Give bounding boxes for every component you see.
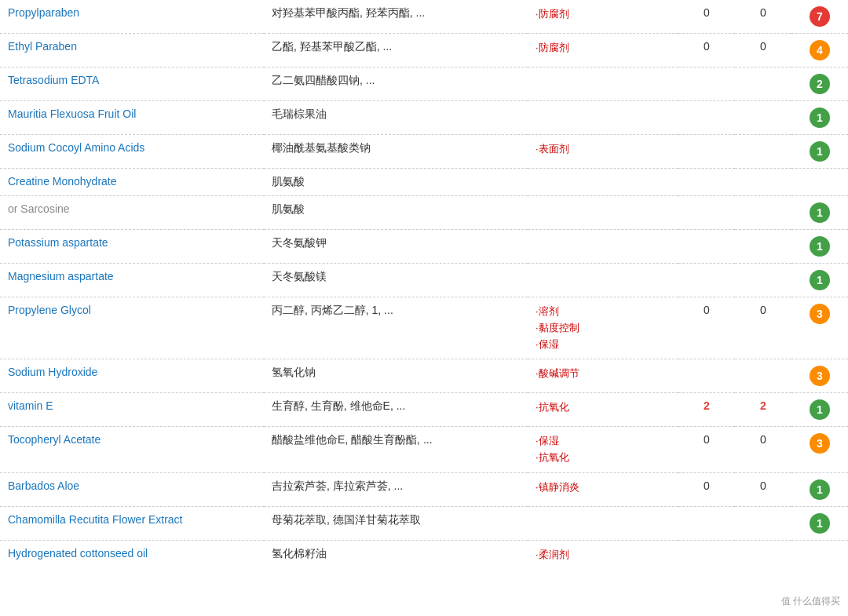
ingredient-badge [791, 169, 848, 196]
ingredient-badge: 7 [791, 0, 848, 34]
ingredient-functions: ·镇静消炎 [528, 472, 678, 506]
ingredient-num1: 0 [678, 0, 735, 34]
ingredient-functions: ·保湿·抗氧化 [528, 427, 678, 473]
ingredient-num2: 0 [735, 427, 791, 473]
ingredient-chinese-name: 氢氧化钠 [264, 359, 528, 393]
ingredient-badge: 3 [791, 359, 848, 393]
ingredient-num1 [678, 101, 735, 135]
ingredient-num2 [735, 135, 791, 169]
ingredient-functions [528, 264, 678, 297]
ingredient-name[interactable]: Mauritia Flexuosa Fruit Oil [0, 101, 264, 135]
ingredient-functions [528, 196, 678, 230]
ingredient-num2: 0 [735, 34, 791, 67]
ingredient-name[interactable]: Tetrasodium EDTA [0, 67, 264, 101]
table-row: Tetrasodium EDTA乙二氨四醋酸四钠, ...2 [0, 67, 848, 101]
table-row: Ethyl Paraben乙酯, 羟基苯甲酸乙酯, ...·防腐剂004 [0, 34, 848, 67]
ingredient-functions: ·防腐剂 [528, 0, 678, 34]
ingredient-chinese-name: 丙二醇, 丙烯乙二醇, 1, ... [264, 297, 528, 359]
ingredient-chinese-name: 乙酯, 羟基苯甲酸乙酯, ... [264, 34, 528, 67]
ingredient-functions: ·柔润剂 [528, 540, 678, 569]
ingredient-name[interactable]: Propylparaben [0, 0, 264, 34]
ingredient-num2 [735, 67, 791, 101]
ingredient-chinese-name: 毛瑞棕果油 [264, 101, 528, 135]
ingredient-name[interactable]: Barbados Aloe [0, 472, 264, 506]
table-row: vitamin E生育醇, 生育酚, 维他命E, ...·抗氧化221 [0, 393, 848, 427]
ingredient-name[interactable]: Hydrogenated cottonseed oil [0, 540, 264, 569]
ingredient-num2 [735, 540, 791, 569]
ingredient-num1 [678, 196, 735, 230]
ingredient-functions [528, 506, 678, 540]
ingredient-chinese-name: 氢化棉籽油 [264, 540, 528, 569]
ingredient-name[interactable]: Sodium Cocoyl Amino Acids [0, 135, 264, 169]
ingredient-chinese-name: 吉拉索芦荟, 库拉索芦荟, ... [264, 472, 528, 506]
ingredient-badge: 2 [791, 67, 848, 101]
ingredient-num1 [678, 230, 735, 264]
ingredient-chinese-name: 生育醇, 生育酚, 维他命E, ... [264, 393, 528, 427]
ingredient-num2 [735, 230, 791, 264]
ingredient-badge: 1 [791, 196, 848, 230]
table-row: Barbados Aloe吉拉索芦荟, 库拉索芦荟, ...·镇静消炎001 [0, 472, 848, 506]
table-row: Mauritia Flexuosa Fruit Oil毛瑞棕果油1 [0, 101, 848, 135]
ingredient-badge: 3 [791, 427, 848, 473]
ingredient-num2 [735, 359, 791, 393]
ingredient-name[interactable]: Chamomilla Recutita Flower Extract [0, 506, 264, 540]
ingredient-num2: 0 [735, 297, 791, 359]
ingredient-name[interactable]: Creatine Monohydrate [0, 169, 264, 196]
ingredient-num1 [678, 359, 735, 393]
ingredient-num2: 0 [735, 0, 791, 34]
ingredient-num2 [735, 264, 791, 297]
ingredient-num2 [735, 506, 791, 540]
ingredient-num2: 0 [735, 472, 791, 506]
ingredient-badge: 1 [791, 393, 848, 427]
ingredient-functions: ·抗氧化 [528, 393, 678, 427]
table-row: Sodium Hydroxide氢氧化钠·酸碱调节3 [0, 359, 848, 393]
ingredient-num1 [678, 67, 735, 101]
ingredient-num1 [678, 169, 735, 196]
table-row: or Sarcosine肌氨酸1 [0, 196, 848, 230]
table-row: Propylene Glycol丙二醇, 丙烯乙二醇, 1, ...·溶剂·黏度… [0, 297, 848, 359]
ingredient-badge: 3 [791, 297, 848, 359]
ingredient-name[interactable]: Magnesium aspartate [0, 264, 264, 297]
ingredient-chinese-name: 椰油酰基氨基酸类钠 [264, 135, 528, 169]
ingredient-name[interactable]: Sodium Hydroxide [0, 359, 264, 393]
ingredient-functions: ·溶剂·黏度控制·保湿 [528, 297, 678, 359]
ingredient-functions [528, 67, 678, 101]
ingredient-name[interactable]: Ethyl Paraben [0, 34, 264, 67]
ingredient-chinese-name: 天冬氨酸钾 [264, 230, 528, 264]
table-row: Chamomilla Recutita Flower Extract母菊花萃取,… [0, 506, 848, 540]
ingredient-badge: 1 [791, 230, 848, 264]
ingredient-badge: 1 [791, 264, 848, 297]
ingredient-num1: 0 [678, 34, 735, 67]
ingredient-name[interactable]: Propylene Glycol [0, 297, 264, 359]
ingredient-functions: ·防腐剂 [528, 34, 678, 67]
ingredient-chinese-name: 母菊花萃取, 德国洋甘菊花萃取 [264, 506, 528, 540]
ingredient-badge: 1 [791, 472, 848, 506]
ingredient-name[interactable]: vitamin E [0, 393, 264, 427]
ingredient-name[interactable]: Potassium aspartate [0, 230, 264, 264]
ingredient-num1: 0 [678, 472, 735, 506]
table-row: Propylparaben对羟基苯甲酸丙酯, 羟苯丙酯, ...·防腐剂007 [0, 0, 848, 34]
table-row: Sodium Cocoyl Amino Acids椰油酰基氨基酸类钠·表面剂1 [0, 135, 848, 169]
ingredient-chinese-name: 天冬氨酸镁 [264, 264, 528, 297]
ingredient-num1 [678, 506, 735, 540]
table-row: Tocopheryl Acetate醋酸盐维他命E, 醋酸生育酚酯, ...·保… [0, 427, 848, 473]
ingredients-table: Propylparaben对羟基苯甲酸丙酯, 羟苯丙酯, ...·防腐剂007E… [0, 0, 848, 570]
ingredient-num2 [735, 101, 791, 135]
ingredient-num1: 2 [678, 393, 735, 427]
ingredient-chinese-name: 肌氨酸 [264, 169, 528, 196]
ingredient-num1 [678, 264, 735, 297]
table-row: Hydrogenated cottonseed oil氢化棉籽油·柔润剂 [0, 540, 848, 569]
ingredient-chinese-name: 对羟基苯甲酸丙酯, 羟苯丙酯, ... [264, 0, 528, 34]
ingredient-functions [528, 169, 678, 196]
ingredient-name[interactable]: or Sarcosine [0, 196, 264, 230]
ingredient-functions: ·表面剂 [528, 135, 678, 169]
ingredient-num1: 0 [678, 427, 735, 473]
ingredient-chinese-name: 肌氨酸 [264, 196, 528, 230]
table-row: Creatine Monohydrate肌氨酸 [0, 169, 848, 196]
ingredient-badge [791, 540, 848, 569]
ingredient-name[interactable]: Tocopheryl Acetate [0, 427, 264, 473]
ingredient-badge: 1 [791, 506, 848, 540]
ingredient-num1 [678, 135, 735, 169]
ingredient-functions [528, 101, 678, 135]
ingredient-functions [528, 230, 678, 264]
